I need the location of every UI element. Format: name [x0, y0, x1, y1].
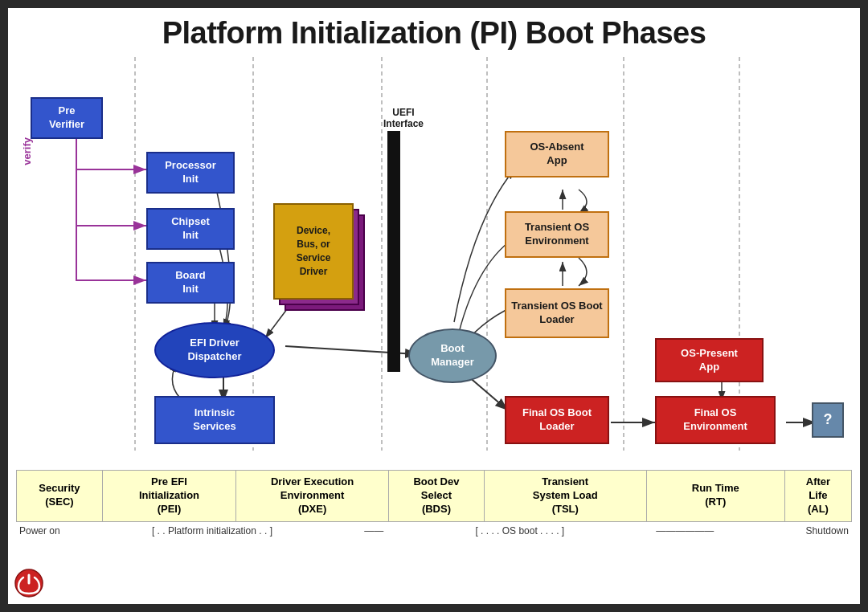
pre-verifier-box: PreVerifier: [31, 97, 103, 139]
phase-sec: Security(SEC): [17, 471, 103, 522]
phase-pei: Pre EFIInitialization(PEI): [102, 471, 235, 522]
transient-os-env-box: Transient OSEnvironment: [505, 211, 609, 258]
phases-table: Security(SEC) Pre EFIInitialization(PEI)…: [16, 470, 852, 522]
boot-manager-ellipse: BootManager: [408, 328, 497, 383]
slide: Platform Initialization (PI) Boot Phases: [8, 8, 860, 604]
question-mark-box: ?: [812, 402, 844, 438]
phase-bds: Boot DevSelect(BDS): [389, 471, 485, 522]
uefi-bar: [387, 131, 400, 372]
board-init-box: BoardInit: [146, 262, 235, 304]
phase-rt: Run Time(RT): [646, 471, 784, 522]
intrinsic-services-box: IntrinsicServices: [154, 396, 275, 444]
final-os-boot-loader-box: Final OS BootLoader: [505, 396, 609, 444]
power-on-label: Power on: [19, 525, 60, 537]
transient-os-boot-box: Transient OS BootLoader: [505, 288, 609, 338]
diagram-area: PreVerifier verify ProcessorInit Chipset…: [16, 57, 852, 467]
power-icon: [14, 569, 43, 598]
os-absent-app-box: OS-AbsentApp: [505, 131, 609, 177]
page-title: Platform Initialization (PI) Boot Phases: [16, 16, 852, 51]
shutdown-label: Shutdown: [806, 525, 849, 537]
processor-init-box: ProcessorInit: [146, 152, 235, 194]
verify-label: verify: [21, 137, 33, 165]
uefi-interface-label: UEFIInterface: [379, 107, 428, 129]
os-boot-label: [ . . . . OS boot . . . . ]: [475, 525, 564, 537]
os-present-app-box: OS-PresentApp: [655, 338, 764, 382]
final-os-environment-box: Final OSEnvironment: [655, 396, 776, 444]
bottom-labels: Power on [ . . Platform initialization .…: [16, 524, 852, 538]
phase-dxe: Driver ExecutionEnvironment(DXE): [236, 471, 389, 522]
platform-init-label: [ . . Platform initialization . . ]: [152, 525, 272, 537]
efi-dispatcher-ellipse: EFI DriverDispatcher: [154, 322, 275, 378]
phase-al: AfterLife(AL): [784, 471, 851, 522]
phase-tsl: TransientSystem Load(TSL): [484, 471, 646, 522]
chipset-init-box: ChipsetInit: [146, 208, 235, 250]
